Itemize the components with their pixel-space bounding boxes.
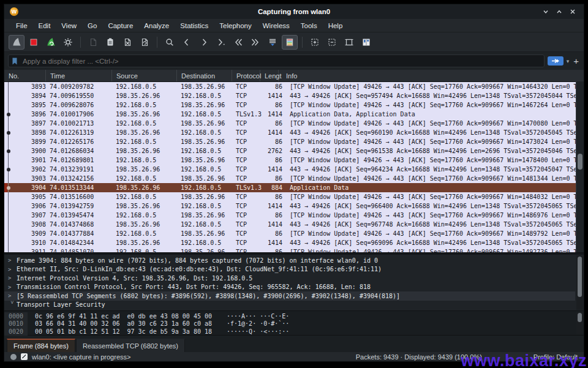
chevron-expanded-icon[interactable]: > — [9, 301, 15, 309]
maximize-button[interactable] — [554, 7, 564, 17]
column-header-lengt[interactable]: Lengt — [260, 70, 279, 81]
menu-item-view[interactable]: View — [56, 21, 82, 31]
column-header-no[interactable]: No. — [4, 70, 46, 81]
display-filter-input[interactable] — [21, 57, 541, 66]
go-to-packet-button[interactable] — [213, 35, 229, 50]
menu-item-statistics[interactable]: Statistics — [175, 21, 214, 31]
zoom-original-button[interactable] — [341, 35, 357, 50]
expert-info-icon[interactable] — [10, 354, 17, 360]
column-header-protocol[interactable]: Protocol — [232, 70, 260, 81]
capture-stop-button[interactable] — [26, 35, 42, 50]
packet-row[interactable]: 390174.012689801192.168.0.5198.35.26.96T… — [4, 156, 576, 165]
detail-line[interactable]: >Transport Layer Security — [4, 301, 575, 310]
add-filter-button[interactable]: + — [572, 56, 580, 66]
file-close-button[interactable] — [119, 35, 135, 50]
packet-row[interactable]: 390074.012686034198.35.26.96192.168.0.5T… — [4, 146, 576, 156]
menu-item-file[interactable]: File — [10, 21, 33, 31]
cell-info: [TCP Window Update] 49426 → 443 [ACK] Se… — [282, 138, 576, 145]
byte-view-tab[interactable]: Frame (884 bytes) — [7, 339, 75, 352]
packet-row[interactable]: 390574.013516600192.168.0.5198.35.26.96T… — [4, 192, 576, 201]
go-last-button[interactable] — [247, 35, 263, 50]
scrollbar-thumb[interactable] — [578, 154, 582, 170]
menu-item-help[interactable]: Help — [323, 21, 349, 31]
capture-start-button[interactable] — [9, 35, 24, 50]
packet-row[interactable]: 390274.013239191198.35.26.96192.168.0.5T… — [4, 165, 576, 174]
menu-item-tools[interactable]: Tools — [295, 21, 323, 31]
menu-item-capture[interactable]: Capture — [102, 21, 138, 31]
detail-line[interactable]: >Internet Protocol Version 4, Src: 198.3… — [4, 274, 575, 283]
chevron-collapsed-icon[interactable]: > — [8, 275, 17, 281]
display-filter-field[interactable] — [8, 54, 545, 67]
zoom-in-button[interactable] — [307, 35, 323, 50]
file-reload-button[interactable] — [137, 35, 153, 50]
packet-row[interactable]: 390974.014377884192.168.0.5198.35.26.96T… — [4, 229, 576, 238]
hex-row[interactable]: 00000c 96 e6 9f 41 11 ec ad e0 db ee 43 … — [4, 312, 584, 320]
column-header-destination[interactable]: Destination — [177, 70, 232, 81]
column-header-time[interactable]: Time — [46, 70, 112, 81]
chevron-collapsed-icon[interactable]: > — [8, 257, 17, 263]
go-forward-button[interactable] — [196, 35, 212, 50]
scrollbar-thumb[interactable] — [578, 313, 582, 322]
go-back-button[interactable] — [179, 35, 195, 50]
column-header-source[interactable]: Source — [112, 70, 177, 81]
packet-row[interactable]: 389874.012261319198.35.26.96192.168.0.5T… — [4, 128, 576, 137]
capture-restart-button[interactable] — [43, 35, 59, 50]
related-packet-gutter — [4, 146, 14, 156]
chevron-collapsed-icon[interactable]: > — [8, 293, 17, 299]
packet-row[interactable]: 389774.010021713192.168.0.5198.35.26.96T… — [4, 119, 576, 128]
menu-item-edit[interactable]: Edit — [33, 21, 56, 31]
chevron-collapsed-icon[interactable]: > — [8, 284, 17, 290]
close-button[interactable] — [568, 7, 578, 17]
title-bar[interactable]: W Capturing from wlan0 — [4, 4, 584, 19]
zoom-out-button[interactable] — [324, 35, 340, 50]
menu-item-analyze[interactable]: Analyze — [138, 21, 175, 31]
cell-protocol: TCP — [236, 157, 264, 163]
file-save-button[interactable] — [102, 35, 118, 50]
packet-row[interactable]: 390874.014374868198.35.26.96192.168.0.5T… — [4, 220, 576, 229]
cell-time: 74.014374868 — [50, 221, 116, 228]
packet-row[interactable]: 390474.013513344198.35.26.96192.168.0.5T… — [4, 183, 576, 192]
capture-comment-icon[interactable] — [21, 353, 28, 360]
cell-length: 1414 — [264, 129, 282, 136]
capture-options-button[interactable] — [60, 35, 76, 50]
packet-row[interactable]: 391074.014842344198.35.26.96192.168.0.5T… — [4, 238, 576, 247]
colorize-button[interactable] — [282, 35, 298, 50]
packet-row[interactable]: 390374.013242156192.168.0.5198.35.26.96T… — [4, 174, 576, 183]
packet-row[interactable]: 390674.013942759198.35.26.96192.168.0.5T… — [4, 201, 576, 211]
detail-line[interactable]: >Transmission Control Protocol, Src Port… — [4, 283, 575, 292]
chevron-collapsed-icon[interactable]: > — [8, 266, 17, 272]
packet-row[interactable]: 389574.009628076192.168.0.5198.35.26.96T… — [4, 100, 576, 110]
byte-view-tab[interactable]: Reassembled TCP (6802 bytes) — [76, 339, 185, 352]
apply-filter-button[interactable] — [548, 56, 564, 66]
hex-scrollbar[interactable] — [576, 312, 583, 334]
detail-line[interactable]: >Frame 3904: 884 bytes on wire (7072 bit… — [4, 256, 575, 265]
menu-item-wireless[interactable]: Wireless — [257, 21, 295, 31]
minimize-button[interactable] — [541, 7, 551, 17]
menu-item-telephony[interactable]: Telephony — [214, 21, 257, 31]
cell-info: [TCP Window Update] 49426 → 443 [ACK] Se… — [282, 212, 576, 219]
detail-line[interactable]: >[5 Reassembled TCP Segments (6802 bytes… — [4, 291, 575, 301]
details-scrollbar[interactable] — [576, 255, 583, 310]
packet-row[interactable]: 389974.012265176192.168.0.5198.35.26.96T… — [4, 137, 576, 146]
go-first-button[interactable] — [230, 35, 246, 50]
detail-line[interactable]: >Ethernet II, Src: D-LinkIn_db:ee:43 (ec… — [4, 265, 575, 274]
packet-row[interactable]: 390774.013945474192.168.0.5198.35.26.96T… — [4, 211, 576, 220]
resize-columns-button[interactable] — [358, 35, 374, 50]
menu-item-go[interactable]: Go — [82, 21, 102, 31]
auto-scroll-button[interactable] — [265, 35, 281, 50]
hex-row[interactable]: 002000 05 01 bb c1 12 51 12 97 3c de b5 … — [4, 328, 584, 336]
packet-row[interactable]: 391174.014851070192.168.0.5198.35.26.96T… — [4, 247, 576, 252]
filter-dropdown-caret[interactable]: ▾ — [567, 58, 570, 64]
hex-row[interactable]: 001003 66 04 31 40 00 32 06 a0 30 c6 23 … — [4, 320, 584, 328]
packet-row[interactable]: 389674.010017906198.35.26.96192.168.0.5T… — [4, 110, 576, 119]
bookmark-icon[interactable] — [11, 57, 18, 66]
packet-list-scrollbar[interactable] — [576, 81, 584, 252]
scrollbar-thumb[interactable] — [578, 257, 582, 297]
packet-row[interactable]: 389474.009619550198.35.26.96192.168.0.5T… — [4, 91, 576, 100]
packet-row[interactable]: 389374.009209782192.168.0.5198.35.26.96T… — [4, 82, 576, 91]
column-header-info[interactable]: Info — [279, 70, 584, 81]
cell-destination: 198.35.26.96 — [181, 120, 236, 127]
cell-no: 3910 — [14, 239, 50, 246]
related-packet-gutter — [4, 238, 14, 247]
find-packet-button[interactable] — [162, 35, 178, 50]
